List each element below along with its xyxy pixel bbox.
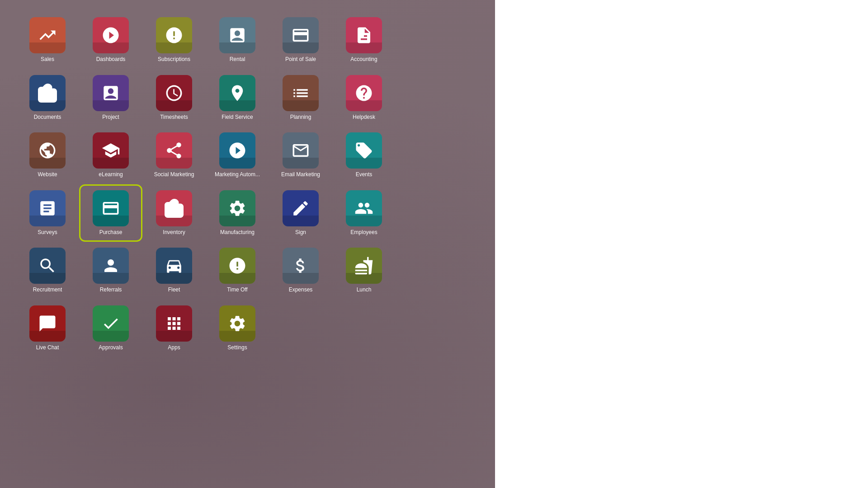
app-label-accounting: Accounting [350,56,377,63]
app-label-helpdesk: Helpdesk [353,114,375,121]
app-icon-surveys [29,190,66,226]
app-icon-inventory [156,190,192,226]
app-item-fleet[interactable]: Fleet [145,244,203,297]
app-item-time-off[interactable]: Time Off [208,244,267,297]
app-icon-helpdesk [346,75,382,111]
app-item-events[interactable]: Events [335,129,393,182]
app-icon-employees [346,190,382,226]
app-item-lunch[interactable]: Lunch [335,244,393,297]
app-icon-marketing-autom [219,132,255,169]
app-item-surveys[interactable]: Surveys [18,187,77,240]
app-item-sales[interactable]: Sales [18,14,77,67]
app-label-manufacturing: Manufacturing [220,229,255,236]
app-icon-elearning [93,132,129,169]
app-label-field-service: Field Service [222,114,253,121]
app-label-surveys: Surveys [38,229,57,236]
app-item-field-service[interactable]: Field Service [208,71,267,125]
app-item-documents[interactable]: Documents [18,71,77,125]
app-icon-email-marketing [283,132,319,169]
app-grid: SalesDashboardsSubscriptionsRentalPoint … [18,14,477,355]
app-label-sales: Sales [41,56,54,63]
app-label-expenses: Expenses [289,286,313,294]
app-item-accounting[interactable]: Accounting [335,14,393,67]
app-item-settings[interactable]: Settings [208,302,267,355]
app-icon-social-marketing [156,132,192,169]
app-label-purchase: Purchase [99,229,123,236]
app-label-marketing-autom: Marketing Autom... [215,171,260,178]
app-icon-planning [283,75,319,111]
app-icon-recruitment [29,248,66,284]
app-label-live-chat: Live Chat [36,344,59,352]
app-label-referrals: Referrals [100,286,122,294]
app-item-planning[interactable]: Planning [271,71,330,125]
app-icon-live-chat [29,305,66,342]
app-icon-sign [283,190,319,226]
app-icon-project [93,75,129,111]
app-label-website: Website [38,171,57,178]
app-label-lunch: Lunch [357,286,372,294]
app-item-email-marketing[interactable]: Email Marketing [271,129,330,182]
app-icon-approvals [93,305,129,342]
app-label-recruitment: Recruitment [33,286,62,294]
app-item-manufacturing[interactable]: Manufacturing [208,187,267,240]
app-label-project: Project [102,114,119,121]
app-icon-accounting [346,17,382,53]
app-icon-sales [29,17,66,53]
app-icon-purchase [93,190,129,226]
app-icon-documents [29,75,66,111]
app-item-subscriptions[interactable]: Subscriptions [145,14,203,67]
app-item-live-chat[interactable]: Live Chat [18,302,77,355]
app-item-expenses[interactable]: Expenses [271,244,330,297]
app-item-employees[interactable]: Employees [335,187,393,240]
app-item-rental[interactable]: Rental [208,14,267,67]
app-item-point-of-sale[interactable]: Point of Sale [271,14,330,67]
app-label-events: Events [356,171,373,178]
app-item-marketing-autom[interactable]: Marketing Autom... [208,129,267,182]
app-label-rental: Rental [230,56,245,63]
main-content: SalesDashboardsSubscriptionsRentalPoint … [0,0,495,488]
app-item-inventory[interactable]: Inventory [145,187,203,240]
app-label-subscriptions: Subscriptions [158,56,190,63]
app-item-recruitment[interactable]: Recruitment [18,244,77,297]
app-item-helpdesk[interactable]: Helpdesk [335,71,393,125]
app-label-dashboards: Dashboards [96,56,126,63]
app-label-time-off: Time Off [227,286,247,294]
app-item-purchase[interactable]: Purchase [81,187,140,240]
app-icon-point-of-sale [283,17,319,53]
app-icon-manufacturing [219,190,255,226]
app-label-email-marketing: Email Marketing [281,171,320,178]
app-icon-time-off [219,248,255,284]
app-label-planning: Planning [290,114,311,121]
app-item-website[interactable]: Website [18,129,77,182]
app-icon-expenses [283,248,319,284]
app-label-inventory: Inventory [163,229,185,236]
app-label-timesheets: Timesheets [160,114,188,121]
app-icon-settings [219,305,255,342]
app-item-approvals[interactable]: Approvals [81,302,140,355]
app-label-apps: Apps [168,344,180,352]
app-icon-timesheets [156,75,192,111]
app-icon-rental [219,17,255,53]
app-icon-website [29,132,66,169]
app-icon-fleet [156,248,192,284]
app-label-settings: Settings [227,344,247,352]
app-icon-dashboards [93,17,129,53]
app-item-apps[interactable]: Apps [145,302,203,355]
app-icon-apps [156,305,192,342]
app-label-sign: Sign [295,229,306,236]
app-item-timesheets[interactable]: Timesheets [145,71,203,125]
right-panel [495,0,868,488]
app-item-sign[interactable]: Sign [271,187,330,240]
app-icon-subscriptions [156,17,192,53]
app-label-fleet: Fleet [168,286,180,294]
app-label-documents: Documents [34,114,61,121]
app-item-social-marketing[interactable]: Social Marketing [145,129,203,182]
app-icon-events [346,132,382,169]
app-icon-lunch [346,248,382,284]
app-item-elearning[interactable]: eLearning [81,129,140,182]
app-item-dashboards[interactable]: Dashboards [81,14,140,67]
app-item-referrals[interactable]: Referrals [81,244,140,297]
app-icon-field-service [219,75,255,111]
app-label-employees: Employees [350,229,377,236]
app-item-project[interactable]: Project [81,71,140,125]
